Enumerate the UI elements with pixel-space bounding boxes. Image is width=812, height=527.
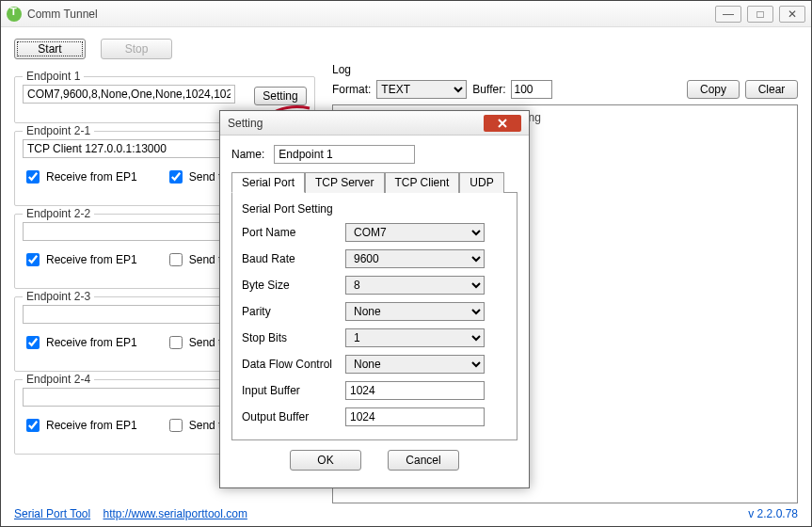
brand-link[interactable]: Serial Port Tool (14, 507, 90, 520)
log-label: Log (332, 63, 798, 76)
byte-size-label: Byte Size (242, 279, 345, 292)
outbuf-input[interactable] (345, 407, 485, 426)
tab-panel-serial: Serial Port Setting Port NameCOM7 Baud R… (231, 192, 517, 440)
endpoint-legend: Endpoint 2-2 (23, 207, 94, 220)
name-label: Name: (231, 148, 264, 161)
window-controls: — □ ✕ (715, 6, 805, 23)
baud-rate-label: Baud Rate (242, 252, 345, 265)
ok-button[interactable]: OK (290, 450, 361, 471)
settings-dialog: Setting Name: Serial PortTCP ServerTCP C… (219, 110, 530, 488)
name-input[interactable] (274, 145, 415, 164)
flow-select[interactable]: None (345, 355, 485, 374)
name-row: Name: (231, 145, 517, 164)
port-name-select[interactable]: COM7 (345, 223, 485, 242)
receive-checkbox[interactable]: Receive from EP1 (23, 250, 137, 269)
window-title: Comm Tunnel (27, 8, 715, 21)
stop-bits-label: Stop Bits (242, 331, 345, 344)
tab-strip: Serial PortTCP ServerTCP ClientUDP (231, 171, 517, 192)
app-icon (7, 7, 22, 22)
clear-button[interactable]: Clear (745, 80, 798, 99)
parity-label: Parity (242, 305, 345, 318)
tab-udp[interactable]: UDP (459, 172, 503, 193)
footer: Serial Port Tool http://www.serialportto… (14, 507, 798, 520)
minimize-button[interactable]: — (715, 6, 741, 23)
dialog-titlebar: Setting (220, 111, 529, 136)
flow-label: Data Flow Control (242, 358, 345, 371)
endpoint-legend: Endpoint 1 (23, 70, 84, 83)
receive-checkbox[interactable]: Receive from EP1 (23, 333, 137, 352)
buffer-label: Buffer: (472, 83, 505, 96)
url-link[interactable]: http://www.serialporttool.com (103, 507, 247, 520)
setting-button[interactable]: Setting (254, 87, 307, 105)
tab-serial-port[interactable]: Serial Port (231, 172, 305, 193)
main-window: Comm Tunnel — □ ✕ Start Stop Endpoint 1S… (0, 0, 812, 527)
tab-tcp-client[interactable]: TCP Client (385, 172, 460, 193)
format-label: Format: (332, 83, 371, 96)
section-title: Serial Port Setting (242, 202, 507, 216)
dialog-body: Name: Serial PortTCP ServerTCP ClientUDP… (220, 136, 529, 487)
stop-button: Stop (101, 39, 172, 59)
endpoint-legend: Endpoint 2-3 (23, 290, 94, 303)
toolbar: Start Stop (14, 39, 798, 59)
titlebar: Comm Tunnel — □ ✕ (1, 1, 811, 27)
byte-size-select[interactable]: 8 (345, 276, 485, 295)
start-button[interactable]: Start (14, 39, 86, 59)
receive-checkbox[interactable]: Receive from EP1 (23, 416, 137, 435)
close-icon (497, 119, 508, 128)
endpoint-value-input[interactable] (23, 85, 235, 104)
dialog-close-button[interactable] (484, 115, 521, 132)
version-label: v 2.2.0.78 (748, 507, 798, 520)
close-button[interactable]: ✕ (779, 6, 805, 23)
dialog-title: Setting (228, 117, 484, 130)
receive-checkbox[interactable]: Receive from EP1 (23, 168, 137, 186)
log-options: Format: TEXT Buffer: Copy Clear (332, 80, 798, 99)
inbuf-label: Input Buffer (242, 384, 345, 397)
inbuf-input[interactable] (345, 381, 485, 400)
dialog-buttons: OK Cancel (231, 440, 517, 480)
tab-tcp-server[interactable]: TCP Server (305, 172, 384, 193)
format-select[interactable]: TEXT (376, 80, 467, 99)
endpoint-legend: Endpoint 2-1 (23, 124, 94, 137)
copy-button[interactable]: Copy (687, 80, 740, 99)
maximize-button[interactable]: □ (747, 6, 773, 23)
parity-select[interactable]: None (345, 302, 485, 321)
cancel-button[interactable]: Cancel (388, 450, 459, 471)
port-name-label: Port Name (242, 226, 345, 239)
baud-rate-select[interactable]: 9600 (345, 249, 485, 268)
outbuf-label: Output Buffer (242, 410, 345, 423)
buffer-input[interactable] (511, 80, 552, 99)
endpoint-legend: Endpoint 2-4 (23, 373, 94, 386)
stop-bits-select[interactable]: 1 (345, 328, 485, 347)
